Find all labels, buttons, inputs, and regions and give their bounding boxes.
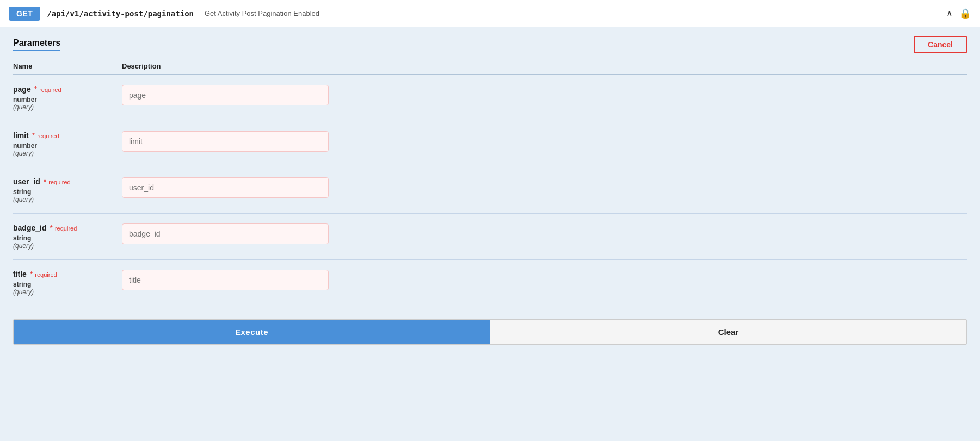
execute-button[interactable]: Execute (14, 320, 490, 344)
column-description-header: Description (122, 62, 967, 70)
param-input-col (122, 223, 967, 244)
param-row: badge_id * required string (query) (13, 214, 967, 260)
param-input-user_id[interactable] (122, 177, 329, 198)
header-actions: ∧ 🔒 (946, 8, 971, 20)
param-row: title * required string (query) (13, 260, 967, 306)
param-type: string (13, 281, 122, 288)
required-text: required (39, 86, 61, 93)
param-label-col: title * required string (query) (13, 270, 122, 296)
param-input-col (122, 131, 967, 152)
required-star: * (30, 270, 33, 278)
endpoint-description: Get Activity Post Pagination Enabled (205, 9, 319, 17)
required-star: * (34, 85, 37, 94)
endpoint-path: /api/v1/activity-post/pagination (47, 9, 194, 18)
param-name: limit (13, 131, 29, 140)
clear-button[interactable]: Clear (490, 320, 966, 344)
required-star: * (32, 131, 35, 140)
param-type: number (13, 142, 122, 150)
param-input-col (122, 85, 967, 105)
required-star: * (50, 223, 52, 232)
param-input-page[interactable] (122, 85, 329, 105)
param-name: title (13, 270, 27, 278)
param-label-col: page * required number (query) (13, 85, 122, 111)
param-location: (query) (13, 288, 122, 296)
param-location: (query) (13, 242, 122, 250)
param-location: (query) (13, 103, 122, 111)
required-text: required (55, 225, 77, 232)
param-label-col: limit * required number (query) (13, 131, 122, 157)
parameter-rows: page * required number (query) limit * r… (13, 75, 967, 306)
param-input-title[interactable] (122, 270, 329, 290)
parameters-header: Parameters Cancel (13, 36, 967, 53)
required-text: required (37, 133, 59, 139)
lock-icon[interactable]: 🔒 (959, 8, 971, 20)
param-label-col: badge_id * required string (query) (13, 223, 122, 250)
header-bar: GET /api/v1/activity-post/pagination Get… (0, 0, 980, 27)
parameters-section: Parameters Cancel Name Description page … (0, 27, 980, 353)
cancel-button[interactable]: Cancel (914, 36, 967, 53)
param-name: user_id (13, 177, 40, 186)
param-input-badge_id[interactable] (122, 223, 329, 244)
parameters-title: Parameters (13, 38, 60, 51)
http-method-badge: GET (9, 7, 40, 21)
param-name: badge_id (13, 223, 46, 232)
param-location: (query) (13, 150, 122, 157)
param-input-col (122, 270, 967, 290)
required-text: required (35, 271, 57, 278)
param-name: page (13, 85, 31, 94)
required-star: * (44, 177, 46, 186)
param-input-col (122, 177, 967, 198)
table-header: Name Description (13, 55, 967, 75)
main-content: Parameters Cancel Name Description page … (0, 27, 980, 353)
param-row: user_id * required string (query) (13, 167, 967, 214)
param-row: limit * required number (query) (13, 121, 967, 167)
param-type: string (13, 188, 122, 196)
param-row: page * required number (query) (13, 75, 967, 121)
required-text: required (48, 179, 70, 185)
param-label-col: user_id * required string (query) (13, 177, 122, 203)
column-name-header: Name (13, 62, 122, 70)
param-input-limit[interactable] (122, 131, 329, 152)
param-type: string (13, 234, 122, 242)
collapse-icon[interactable]: ∧ (946, 8, 953, 18)
param-location: (query) (13, 196, 122, 203)
param-type: number (13, 96, 122, 103)
footer-actions: Execute Clear (13, 319, 967, 345)
